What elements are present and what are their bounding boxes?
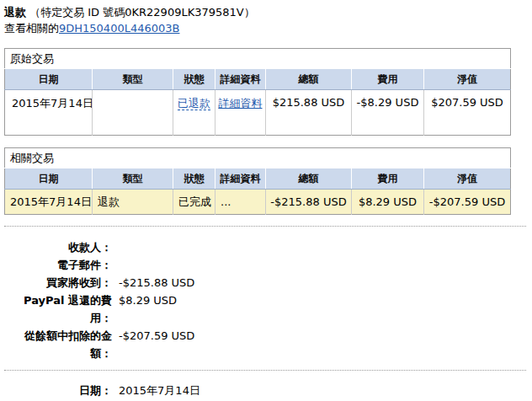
page-title: 退款 （特定交易 ID 號碼0KR22909LK379581V） bbox=[4, 4, 529, 20]
transaction-id-text: （特定交易 ID 號碼0KR22909LK379581V） bbox=[29, 6, 255, 19]
summary-label: PayPal 退還的費用： bbox=[4, 291, 112, 327]
original-transaction-row: 2015年7月14日 已退款 詳細資料 $215.88 USD -$8.29 U… bbox=[5, 90, 511, 136]
dotted-divider bbox=[4, 226, 526, 227]
cell-gross: -$215.88 USD bbox=[266, 190, 352, 215]
summary-row-email: 電子郵件： bbox=[4, 256, 529, 274]
summary-row-deducted-from-balance: 從餘額中扣除的金額： -$207.59 USD bbox=[4, 327, 529, 362]
cell-gross: $215.88 USD bbox=[266, 90, 352, 136]
related-transaction-table: 相關交易 日期 類型 狀態 詳細資料 總額 費用 淨值 2015年7月14日 退… bbox=[4, 147, 511, 215]
col-header-gross: 總額 bbox=[266, 69, 352, 90]
summary-label: 收款人： bbox=[4, 238, 112, 256]
meta-row-date: 日期： 2015年7月14日 bbox=[4, 382, 529, 399]
cell-type bbox=[93, 90, 173, 136]
col-header-type: 類型 bbox=[93, 168, 173, 190]
transaction-detail-page: 退款 （特定交易 ID 號碼0KR22909LK379581V） 查看相關的9D… bbox=[0, 0, 532, 401]
col-header-net: 淨值 bbox=[424, 69, 511, 90]
cell-net: -$207.59 USD bbox=[424, 190, 511, 215]
dotted-divider bbox=[4, 370, 526, 371]
summary-row-buyer-receives: 買家將收到： -$215.88 USD bbox=[4, 274, 529, 291]
summary-label: 從餘額中扣除的金額： bbox=[4, 327, 112, 362]
summary-value: $8.29 USD bbox=[119, 291, 177, 327]
summary-row-payee: 收款人： bbox=[4, 238, 529, 256]
meta-label: 日期： bbox=[4, 382, 112, 399]
col-header-details: 詳細資料 bbox=[215, 168, 266, 190]
col-header-date: 日期 bbox=[5, 69, 93, 90]
summary-row-paypal-fee-refunded: PayPal 退還的費用： $8.29 USD bbox=[4, 291, 529, 327]
cell-net: $207.59 USD bbox=[424, 90, 511, 136]
col-header-fee: 費用 bbox=[352, 69, 424, 90]
refund-summary-list: 收款人： 電子郵件： 買家將收到： -$215.88 USD PayPal 退還… bbox=[4, 238, 529, 362]
summary-value: -$207.59 USD bbox=[119, 327, 194, 362]
status-refunded-link[interactable]: 已退款 bbox=[178, 97, 210, 110]
summary-value: -$215.88 USD bbox=[119, 274, 194, 291]
meta-value: 2015年7月14日 bbox=[119, 382, 200, 399]
col-header-type: 類型 bbox=[93, 69, 173, 90]
details-link[interactable]: 詳細資料 bbox=[219, 97, 263, 110]
related-transaction-row: 2015年7月14日 退款 已完成 ... -$215.88 USD $8.29… bbox=[5, 190, 511, 215]
cell-status: 已完成 bbox=[173, 190, 215, 215]
col-header-fee: 費用 bbox=[352, 168, 424, 190]
related-transaction-line: 查看相關的9DH150400L446003B bbox=[4, 20, 529, 36]
cell-date: 2015年7月14日 bbox=[5, 190, 93, 215]
related-table-header-row: 日期 類型 狀態 詳細資料 總額 費用 淨值 bbox=[5, 168, 511, 190]
cell-fee: -$8.29 USD bbox=[352, 90, 424, 136]
related-transaction-link[interactable]: 9DH150400L446003B bbox=[59, 22, 179, 35]
col-header-status: 狀態 bbox=[173, 168, 215, 190]
col-header-net: 淨值 bbox=[424, 168, 511, 190]
cell-fee: $8.29 USD bbox=[352, 190, 424, 215]
cell-date: 2015年7月14日 bbox=[5, 90, 93, 136]
col-header-details: 詳細資料 bbox=[215, 69, 266, 90]
col-header-date: 日期 bbox=[5, 168, 93, 190]
summary-label: 電子郵件： bbox=[4, 256, 112, 274]
original-table-header-row: 日期 類型 狀態 詳細資料 總額 費用 淨值 bbox=[5, 69, 511, 90]
original-transaction-table: 原始交易 日期 類型 狀態 詳細資料 總額 費用 淨值 2015年7月14日 已… bbox=[4, 48, 511, 136]
cell-type: 退款 bbox=[93, 190, 173, 215]
summary-label: 買家將收到： bbox=[4, 274, 112, 291]
original-table-title: 原始交易 bbox=[5, 49, 511, 69]
transaction-meta-list: 日期： 2015年7月14日 時間： 16:25:55 HKT 狀態： 已完成 bbox=[4, 382, 529, 401]
col-header-gross: 總額 bbox=[266, 168, 352, 190]
page-title-refund: 退款 bbox=[4, 6, 26, 19]
related-prefix-text: 查看相關的 bbox=[4, 22, 59, 35]
cell-details-ellipsis: ... bbox=[215, 190, 266, 215]
related-table-title: 相關交易 bbox=[5, 148, 511, 168]
col-header-status: 狀態 bbox=[173, 69, 215, 90]
